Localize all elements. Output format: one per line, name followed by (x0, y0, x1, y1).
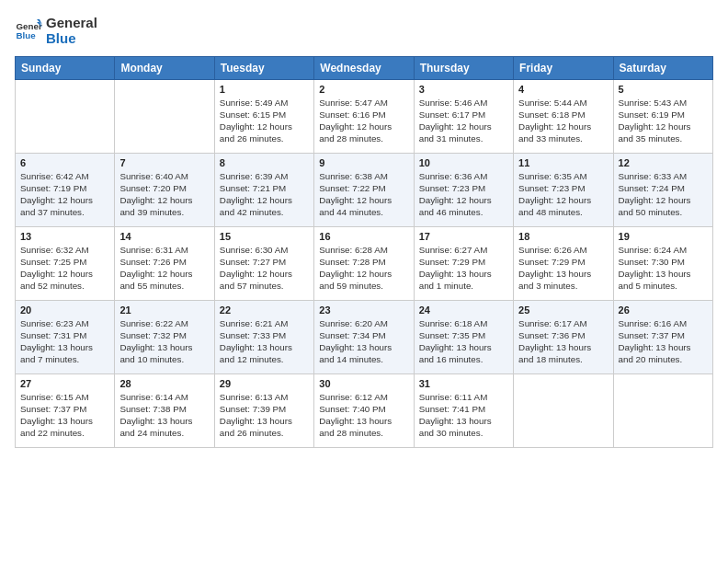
weekday-header-tuesday: Tuesday (214, 56, 313, 79)
day-info: Sunrise: 6:35 AMSunset: 7:23 PMDaylight:… (518, 170, 608, 219)
calendar-cell: 10Sunrise: 6:36 AMSunset: 7:23 PMDayligh… (414, 153, 513, 226)
day-info: Sunrise: 6:27 AMSunset: 7:29 PMDaylight:… (419, 244, 508, 293)
calendar-cell: 17Sunrise: 6:27 AMSunset: 7:29 PMDayligh… (414, 226, 513, 300)
weekday-header-saturday: Saturday (613, 56, 712, 79)
day-number: 11 (518, 157, 608, 168)
day-info: Sunrise: 6:15 AMSunset: 7:37 PMDaylight:… (20, 391, 109, 440)
page-header: General Blue General Blue (15, 15, 713, 47)
day-number: 8 (220, 157, 309, 168)
calendar-cell: 24Sunrise: 6:18 AMSunset: 7:35 PMDayligh… (414, 300, 513, 373)
calendar-cell: 5Sunrise: 5:43 AMSunset: 6:19 PMDaylight… (613, 79, 712, 153)
calendar-cell: 30Sunrise: 6:12 AMSunset: 7:40 PMDayligh… (314, 373, 414, 447)
day-number: 24 (419, 304, 508, 316)
calendar-cell: 28Sunrise: 6:14 AMSunset: 7:38 PMDayligh… (115, 373, 214, 447)
calendar-week-4: 20Sunrise: 6:23 AMSunset: 7:31 PMDayligh… (16, 300, 713, 373)
calendar-cell: 26Sunrise: 6:16 AMSunset: 7:37 PMDayligh… (613, 300, 712, 373)
calendar-cell: 12Sunrise: 6:33 AMSunset: 7:24 PMDayligh… (613, 153, 712, 226)
weekday-header-wednesday: Wednesday (314, 56, 414, 79)
day-info: Sunrise: 6:36 AMSunset: 7:23 PMDaylight:… (419, 170, 508, 219)
day-number: 25 (518, 304, 608, 316)
day-number: 3 (419, 84, 508, 95)
calendar-cell: 23Sunrise: 6:20 AMSunset: 7:34 PMDayligh… (314, 300, 414, 373)
day-number: 18 (518, 231, 608, 242)
day-info: Sunrise: 6:16 AMSunset: 7:37 PMDaylight:… (619, 317, 708, 366)
calendar-cell: 3Sunrise: 5:46 AMSunset: 6:17 PMDaylight… (414, 79, 513, 153)
day-number: 30 (319, 378, 408, 389)
calendar-cell (16, 79, 115, 153)
calendar-cell: 29Sunrise: 6:13 AMSunset: 7:39 PMDayligh… (214, 373, 313, 447)
weekday-header-monday: Monday (115, 56, 214, 79)
day-info: Sunrise: 6:24 AMSunset: 7:30 PMDaylight:… (619, 244, 708, 293)
calendar-cell: 8Sunrise: 6:39 AMSunset: 7:21 PMDaylight… (214, 153, 313, 226)
day-info: Sunrise: 6:12 AMSunset: 7:40 PMDaylight:… (319, 391, 408, 440)
day-number: 23 (319, 304, 408, 316)
calendar-cell (613, 373, 712, 447)
day-info: Sunrise: 5:43 AMSunset: 6:19 PMDaylight:… (619, 97, 708, 145)
weekday-header-sunday: Sunday (16, 56, 115, 79)
day-info: Sunrise: 6:21 AMSunset: 7:33 PMDaylight:… (220, 317, 309, 366)
calendar-cell: 4Sunrise: 5:44 AMSunset: 6:18 PMDaylight… (514, 79, 613, 153)
day-number: 29 (220, 378, 309, 389)
calendar-cell: 27Sunrise: 6:15 AMSunset: 7:37 PMDayligh… (16, 373, 115, 447)
calendar-cell: 2Sunrise: 5:47 AMSunset: 6:16 PMDaylight… (314, 79, 414, 153)
day-number: 12 (619, 157, 708, 168)
day-info: Sunrise: 6:28 AMSunset: 7:28 PMDaylight:… (319, 244, 408, 293)
day-number: 20 (20, 304, 109, 316)
logo: General Blue General Blue (15, 15, 97, 47)
day-info: Sunrise: 6:30 AMSunset: 7:27 PMDaylight:… (220, 244, 309, 293)
calendar-cell: 22Sunrise: 6:21 AMSunset: 7:33 PMDayligh… (214, 300, 313, 373)
calendar-cell: 31Sunrise: 6:11 AMSunset: 7:41 PMDayligh… (414, 373, 513, 447)
day-info: Sunrise: 5:47 AMSunset: 6:16 PMDaylight:… (319, 97, 408, 145)
day-number: 2 (319, 84, 408, 95)
day-number: 14 (119, 231, 209, 242)
day-number: 27 (20, 378, 109, 389)
calendar-cell: 21Sunrise: 6:22 AMSunset: 7:32 PMDayligh… (115, 300, 214, 373)
day-info: Sunrise: 6:42 AMSunset: 7:19 PMDaylight:… (20, 170, 109, 219)
calendar-week-5: 27Sunrise: 6:15 AMSunset: 7:37 PMDayligh… (16, 373, 713, 447)
day-number: 5 (619, 84, 708, 95)
logo-icon: General Blue (15, 17, 42, 44)
day-info: Sunrise: 6:17 AMSunset: 7:36 PMDaylight:… (518, 317, 608, 366)
day-number: 4 (518, 84, 608, 95)
day-number: 26 (619, 304, 708, 316)
day-number: 1 (220, 84, 309, 95)
day-info: Sunrise: 6:38 AMSunset: 7:22 PMDaylight:… (319, 170, 408, 219)
day-number: 28 (119, 378, 209, 389)
day-info: Sunrise: 6:23 AMSunset: 7:31 PMDaylight:… (20, 317, 109, 366)
calendar-table: SundayMondayTuesdayWednesdayThursdayFrid… (15, 56, 713, 448)
calendar-cell: 16Sunrise: 6:28 AMSunset: 7:28 PMDayligh… (314, 226, 414, 300)
day-info: Sunrise: 6:32 AMSunset: 7:25 PMDaylight:… (20, 244, 109, 293)
day-number: 10 (419, 157, 508, 168)
day-info: Sunrise: 6:39 AMSunset: 7:21 PMDaylight:… (220, 170, 309, 219)
calendar-week-1: 1Sunrise: 5:49 AMSunset: 6:15 PMDaylight… (16, 79, 713, 153)
calendar-cell: 15Sunrise: 6:30 AMSunset: 7:27 PMDayligh… (214, 226, 313, 300)
day-number: 15 (220, 231, 309, 242)
calendar-cell: 19Sunrise: 6:24 AMSunset: 7:30 PMDayligh… (613, 226, 712, 300)
calendar-cell: 14Sunrise: 6:31 AMSunset: 7:26 PMDayligh… (115, 226, 214, 300)
day-info: Sunrise: 6:22 AMSunset: 7:32 PMDaylight:… (119, 317, 209, 366)
day-info: Sunrise: 6:18 AMSunset: 7:35 PMDaylight:… (419, 317, 508, 366)
calendar-body: 1Sunrise: 5:49 AMSunset: 6:15 PMDaylight… (16, 79, 713, 447)
calendar-cell: 20Sunrise: 6:23 AMSunset: 7:31 PMDayligh… (16, 300, 115, 373)
day-info: Sunrise: 6:33 AMSunset: 7:24 PMDaylight:… (619, 170, 708, 219)
calendar-cell (115, 79, 214, 153)
day-number: 16 (319, 231, 408, 242)
day-number: 9 (319, 157, 408, 168)
day-number: 17 (419, 231, 508, 242)
calendar-cell: 18Sunrise: 6:26 AMSunset: 7:29 PMDayligh… (514, 226, 613, 300)
calendar-cell: 11Sunrise: 6:35 AMSunset: 7:23 PMDayligh… (514, 153, 613, 226)
calendar-cell: 1Sunrise: 5:49 AMSunset: 6:15 PMDaylight… (214, 79, 313, 153)
day-info: Sunrise: 6:13 AMSunset: 7:39 PMDaylight:… (220, 391, 309, 440)
day-number: 21 (119, 304, 209, 316)
day-number: 19 (619, 231, 708, 242)
calendar-week-2: 6Sunrise: 6:42 AMSunset: 7:19 PMDaylight… (16, 153, 713, 226)
calendar-cell: 13Sunrise: 6:32 AMSunset: 7:25 PMDayligh… (16, 226, 115, 300)
day-info: Sunrise: 5:44 AMSunset: 6:18 PMDaylight:… (518, 97, 608, 145)
calendar-cell: 7Sunrise: 6:40 AMSunset: 7:20 PMDaylight… (115, 153, 214, 226)
day-info: Sunrise: 6:20 AMSunset: 7:34 PMDaylight:… (319, 317, 408, 366)
calendar-cell: 6Sunrise: 6:42 AMSunset: 7:19 PMDaylight… (16, 153, 115, 226)
calendar-cell: 25Sunrise: 6:17 AMSunset: 7:36 PMDayligh… (514, 300, 613, 373)
day-info: Sunrise: 6:40 AMSunset: 7:20 PMDaylight:… (119, 170, 209, 219)
logo-text-general: General (46, 15, 97, 30)
day-number: 31 (419, 378, 508, 389)
